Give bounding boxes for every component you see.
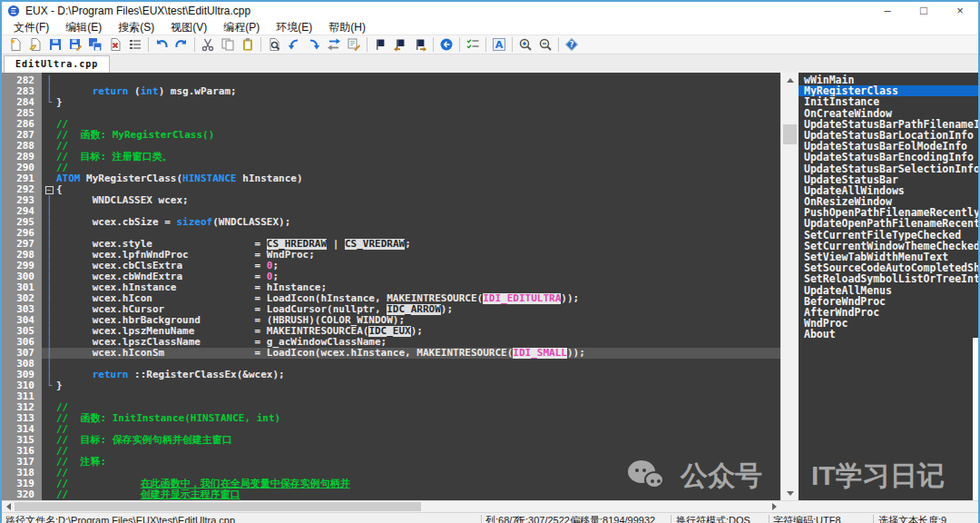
menu-item-1[interactable]: 编辑(E) — [57, 20, 110, 35]
code-line-298[interactable]: 298│ wcex.lpfnWndProc = WndProc; — [2, 250, 780, 261]
code-line-309[interactable]: 309│ return ::RegisterClassEx(&wcex); — [2, 370, 780, 380]
scroll-left-icon[interactable] — [2, 501, 15, 512]
symbol-item[interactable]: UpdateAllMenus — [802, 285, 978, 296]
symbol-item[interactable]: SetSourceCodeAutoCompletedShowAf — [802, 262, 978, 273]
menu-item-6[interactable]: 帮助(H) — [320, 20, 374, 35]
symbol-item[interactable]: OnCreateWindow — [802, 108, 978, 119]
code-line-316[interactable]: 316// — [2, 446, 780, 457]
close-file-button[interactable] — [105, 35, 125, 54]
scroll-right-icon[interactable] — [768, 501, 780, 512]
vertical-scrollbar-thumb[interactable] — [783, 124, 797, 144]
symbol-item[interactable]: BeforeWndProc — [802, 296, 978, 307]
code-line-292[interactable]: 292−{ — [2, 184, 780, 195]
todo-list-button[interactable] — [463, 35, 483, 54]
code-line-284[interactable]: 284└} — [2, 97, 780, 108]
code-line-289[interactable]: 289// 目标: 注册窗口类。 — [2, 152, 780, 163]
code-editor[interactable]: 282│283│ return (int) msg.wParam;284└}28… — [2, 73, 780, 500]
find-next-button[interactable] — [304, 35, 324, 54]
symbol-item[interactable]: OnResizeWindow — [802, 196, 978, 207]
code-line-306[interactable]: 306│ wcex.lpszClassName = g_acWindowClas… — [2, 337, 780, 348]
navigate-back-button[interactable] — [436, 35, 456, 54]
symbol-item[interactable]: wWinMain — [802, 74, 978, 85]
save-all-button[interactable] — [85, 35, 105, 54]
cut-button[interactable] — [198, 35, 218, 54]
save-as-button[interactable] — [65, 35, 85, 54]
code-line-313[interactable]: 313// 函数: InitInstance(HINSTANCE, int) — [2, 413, 780, 424]
symbol-item[interactable]: WndProc — [802, 318, 978, 329]
code-line-285[interactable]: 285 — [2, 108, 780, 119]
scroll-up-icon[interactable] — [781, 73, 799, 87]
code-line-300[interactable]: 300│ wcex.cbWndExtra = 0; — [2, 271, 780, 282]
symbol-item[interactable]: SetCurrentFileTypeChecked — [802, 230, 978, 241]
symbol-item[interactable]: PushOpenPathFilenameRecently — [802, 207, 978, 218]
symbol-item[interactable]: UpdateOpenPathFilenameRecently — [802, 218, 978, 229]
symbol-item[interactable]: InitInstance — [802, 96, 978, 107]
menu-item-4[interactable]: 编程(P) — [215, 20, 268, 35]
code-line-296[interactable]: 296│ — [2, 228, 780, 239]
horizontal-scrollbar-thumb[interactable] — [15, 502, 421, 511]
code-line-319[interactable]: 319// 在此函数中，我们在全局变量中保存实例句柄并 — [2, 479, 780, 489]
symbol-item[interactable]: UpdateStatusBarEolModeInfo — [802, 141, 978, 152]
symbol-item[interactable]: UpdateStatusBarLocationInfo — [802, 130, 978, 141]
vertical-scrollbar[interactable] — [780, 73, 799, 500]
symbol-item[interactable]: UpdateStatusBarPathFilenameInfo — [802, 119, 978, 130]
minimize-button[interactable]: – — [869, 2, 906, 20]
code-line-314[interactable]: 314// — [2, 424, 780, 435]
code-line-312[interactable]: 312// — [2, 402, 780, 413]
symbol-item[interactable]: UpdateStatusBar — [802, 174, 978, 185]
code-line-286[interactable]: 286// — [2, 119, 780, 130]
code-line-318[interactable]: 318// — [2, 468, 780, 479]
zoom-out-button[interactable] — [535, 35, 555, 54]
find-button[interactable] — [264, 35, 284, 54]
symbol-item[interactable]: AfterWndProc — [802, 307, 978, 318]
open-file-button[interactable] — [25, 35, 45, 54]
close-button[interactable]: × — [942, 2, 978, 20]
code-line-308[interactable]: 308│ — [2, 359, 780, 370]
symbol-item[interactable]: SetCurrentWindowThemeChecked — [802, 241, 978, 252]
code-line-303[interactable]: 303│ wcex.hCursor = LoadCursor(nullptr, … — [2, 304, 780, 315]
redo-button[interactable] — [172, 35, 191, 54]
bookmark-next-button[interactable] — [410, 35, 430, 54]
bookmark-toggle-button[interactable] — [370, 35, 390, 54]
code-line-295[interactable]: 295│ wcex.cbSize = sizeof(WNDCLASSEX); — [2, 217, 780, 228]
code-line-288[interactable]: 288// — [2, 141, 780, 152]
code-line-293[interactable]: 293│ WNDCLASSEX wcex; — [2, 195, 780, 206]
copy-button[interactable] — [218, 35, 238, 54]
code-line-294[interactable]: 294│ — [2, 206, 780, 217]
about-button[interactable]: ? — [562, 35, 582, 54]
code-line-301[interactable]: 301│ wcex.hInstance = hInstance; — [2, 282, 780, 293]
code-line-297[interactable]: 297│ wcex.style = CS_HREDRAW | CS_VREDRA… — [2, 239, 780, 250]
symbol-item-selected[interactable]: MyRegisterClass — [799, 85, 978, 96]
symbol-item[interactable]: UpdateAllWindows — [802, 185, 978, 196]
code-line-320[interactable]: 320// 创建并显示主程序窗口 — [2, 489, 780, 500]
menu-item-5[interactable]: 环境(E) — [268, 20, 320, 35]
code-line-310[interactable]: 310└} — [2, 380, 780, 391]
undo-button[interactable] — [152, 35, 172, 54]
panel-scrollbar-track[interactable] — [973, 338, 978, 500]
paste-button[interactable] — [238, 35, 258, 54]
syntax-highlight-button[interactable]: A — [489, 35, 509, 54]
code-line-302[interactable]: 302│ wcex.hIcon = LoadIcon(hInstance, MA… — [2, 293, 780, 304]
horizontal-scrollbar[interactable] — [2, 500, 780, 512]
bookmark-prev-button[interactable] — [390, 35, 410, 54]
file-list-button[interactable] — [125, 35, 145, 54]
menu-item-0[interactable]: 文件(F) — [5, 20, 57, 35]
code-line-283[interactable]: 283│ return (int) msg.wParam; — [2, 86, 780, 97]
new-file-button[interactable] — [5, 35, 25, 54]
symbol-item[interactable]: SetViewTabWidthMenuText — [802, 252, 978, 262]
replace-button[interactable] — [324, 35, 344, 54]
code-line-291[interactable]: 291ATOM MyRegisterClass(HINSTANCE hInsta… — [2, 173, 780, 184]
replace-in-files-button[interactable] — [344, 35, 364, 54]
symbol-item[interactable]: UpdateStatusBarSelectionInfo — [802, 163, 978, 174]
code-line-304[interactable]: 304│ wcex.hbrBackground = (HBRUSH)(COLOR… — [2, 315, 780, 326]
code-line-290[interactable]: 290// — [2, 163, 780, 173]
code-line-299[interactable]: 299│ wcex.cbClsExtra = 0; — [2, 261, 780, 271]
code-line-282[interactable]: 282│ — [2, 75, 780, 86]
fold-toggle-icon[interactable]: − — [42, 184, 56, 195]
tab-editultra-cpp[interactable]: EditUltra.cpp — [4, 55, 110, 73]
symbol-item[interactable]: About — [802, 329, 978, 340]
zoom-in-button[interactable] — [515, 35, 535, 54]
code-line-305[interactable]: 305│ wcex.lpszMenuName = MAKEINTRESOURCE… — [2, 326, 780, 337]
maximize-button[interactable]: □ — [906, 2, 942, 20]
code-line-317[interactable]: 317// 注释: — [2, 457, 780, 468]
